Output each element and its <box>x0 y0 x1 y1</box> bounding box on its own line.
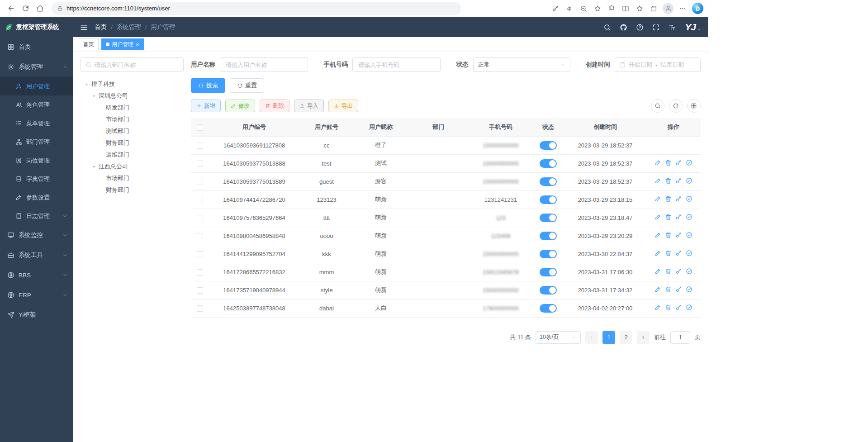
edit-button[interactable]: 修改 <box>225 100 255 112</box>
tag-close-icon[interactable]: × <box>136 42 139 48</box>
sidebar-item-post[interactable]: 岗位管理 <box>0 151 73 170</box>
check-circle-icon[interactable] <box>686 214 693 220</box>
font-size-icon[interactable] <box>669 24 676 31</box>
sidebar-item-yi[interactable]: Yi框架 <box>0 305 73 325</box>
dept-search-input[interactable] <box>95 62 179 68</box>
edit-icon[interactable] <box>655 268 661 275</box>
address-bar[interactable]: https://ccnetcore.com:1101/system/user <box>52 2 461 15</box>
select-all-checkbox[interactable] <box>197 124 203 131</box>
sidebar-item-log[interactable]: 日志管理 <box>0 207 73 225</box>
tree-node[interactable]: 研发部门 <box>81 102 184 114</box>
sidebar-item-dept[interactable]: 部门管理 <box>0 133 73 151</box>
tree-node[interactable]: 江西总公司 <box>81 161 184 172</box>
row-checkbox[interactable] <box>197 143 203 149</box>
sidebar-item-erp[interactable]: ERP <box>0 285 73 305</box>
tree-node[interactable]: 市场部门 <box>81 114 184 125</box>
edit-icon[interactable] <box>655 232 661 238</box>
row-checkbox[interactable] <box>197 161 203 167</box>
help-icon[interactable] <box>636 24 644 31</box>
key-icon[interactable] <box>675 177 682 184</box>
row-checkbox[interactable] <box>197 179 203 185</box>
page-size-select[interactable]: 10条/页 <box>536 331 581 344</box>
page-button-1[interactable]: 1 <box>602 331 615 344</box>
edit-icon[interactable] <box>655 177 661 184</box>
import-button[interactable]: 导入 <box>294 100 324 112</box>
status-select[interactable]: 正常 <box>473 57 570 72</box>
sidebar-item-system[interactable]: 系统管理 <box>0 57 73 77</box>
status-toggle[interactable] <box>540 159 557 168</box>
check-circle-icon[interactable] <box>686 195 693 202</box>
delete-icon[interactable] <box>665 159 672 166</box>
tree-node[interactable]: 深圳总公司 <box>81 90 184 102</box>
refresh-table-button[interactable] <box>669 99 683 113</box>
key-icon[interactable] <box>675 195 682 202</box>
check-circle-icon[interactable] <box>686 286 693 293</box>
edit-icon[interactable] <box>655 304 661 311</box>
page-button-2[interactable]: 2 <box>620 331 632 344</box>
sidebar-item-dict[interactable]: 字典管理 <box>0 170 73 188</box>
sidebar-item-config[interactable]: 参数设置 <box>0 188 73 207</box>
zoom-icon[interactable] <box>577 2 590 15</box>
sidebar-item-role[interactable]: 角色管理 <box>0 95 73 114</box>
key-icon[interactable] <box>675 286 682 293</box>
sidebar-item-menu[interactable]: 菜单管理 <box>0 114 73 133</box>
breadcrumb-item[interactable]: 系统管理 <box>117 23 141 31</box>
toggle-search-button[interactable] <box>651 99 664 113</box>
row-checkbox[interactable] <box>197 197 203 203</box>
delete-icon[interactable] <box>665 195 672 202</box>
github-icon[interactable] <box>620 24 627 31</box>
profile-icon[interactable] <box>663 3 674 14</box>
created-daterange[interactable]: 开始日期 - 结束日期 <box>615 57 701 72</box>
goto-page-input[interactable] <box>670 331 690 344</box>
sidebar-item-bbs[interactable]: BBS <box>0 265 73 285</box>
tree-node[interactable]: 橙子科技 <box>81 78 184 90</box>
delete-icon[interactable] <box>665 286 672 293</box>
check-circle-icon[interactable] <box>686 250 693 257</box>
reset-button[interactable]: 重置 <box>230 78 264 93</box>
status-toggle[interactable] <box>540 250 557 258</box>
key-icon[interactable] <box>675 159 682 166</box>
breadcrumb-item[interactable]: 首页 <box>95 23 107 31</box>
status-toggle[interactable] <box>540 177 557 186</box>
tree-node[interactable]: 测试部门 <box>81 125 184 137</box>
delete-icon[interactable] <box>665 250 672 257</box>
check-circle-icon[interactable] <box>686 177 693 184</box>
key-icon[interactable] <box>675 250 682 257</box>
row-checkbox[interactable] <box>197 215 203 221</box>
tree-node[interactable]: 财务部门 <box>81 184 184 196</box>
export-button[interactable]: 导出 <box>328 100 358 112</box>
status-toggle[interactable] <box>540 268 557 276</box>
delete-icon[interactable] <box>665 268 672 275</box>
tag-首页[interactable]: 首页 <box>79 38 99 50</box>
more-icon[interactable] <box>676 2 689 15</box>
status-toggle[interactable] <box>540 195 557 204</box>
column-settings-button[interactable] <box>687 99 701 113</box>
prev-page-button[interactable] <box>585 331 598 344</box>
sidebar-item-user[interactable]: 用户管理 <box>0 77 73 95</box>
sidebar-item-home[interactable]: 首页 <box>0 37 73 57</box>
phone-input[interactable] <box>352 57 441 72</box>
tree-node[interactable]: 财务部门 <box>81 137 184 149</box>
status-toggle[interactable] <box>540 232 557 240</box>
user-logo[interactable]: YJ <box>685 22 702 33</box>
delete-icon[interactable] <box>665 304 672 311</box>
check-circle-icon[interactable] <box>686 304 693 311</box>
sidebar-item-tool[interactable]: 系统工具 <box>0 245 73 265</box>
fullscreen-icon[interactable] <box>652 24 660 31</box>
edit-icon[interactable] <box>655 286 661 293</box>
check-circle-icon[interactable] <box>686 268 693 275</box>
key-icon[interactable] <box>675 232 682 238</box>
read-aloud-icon[interactable] <box>563 2 576 15</box>
check-circle-icon[interactable] <box>686 159 693 166</box>
search-icon[interactable] <box>603 24 611 31</box>
sidebar-toggle-icon[interactable] <box>80 23 88 32</box>
refresh-icon[interactable] <box>19 2 32 15</box>
add-button[interactable]: 新增 <box>191 100 221 112</box>
next-page-button[interactable] <box>637 331 650 344</box>
row-checkbox[interactable] <box>197 251 203 257</box>
status-toggle[interactable] <box>540 286 557 295</box>
edit-icon[interactable] <box>655 250 661 257</box>
username-input[interactable] <box>220 57 308 72</box>
key-icon[interactable] <box>549 2 562 15</box>
key-icon[interactable] <box>675 268 682 275</box>
